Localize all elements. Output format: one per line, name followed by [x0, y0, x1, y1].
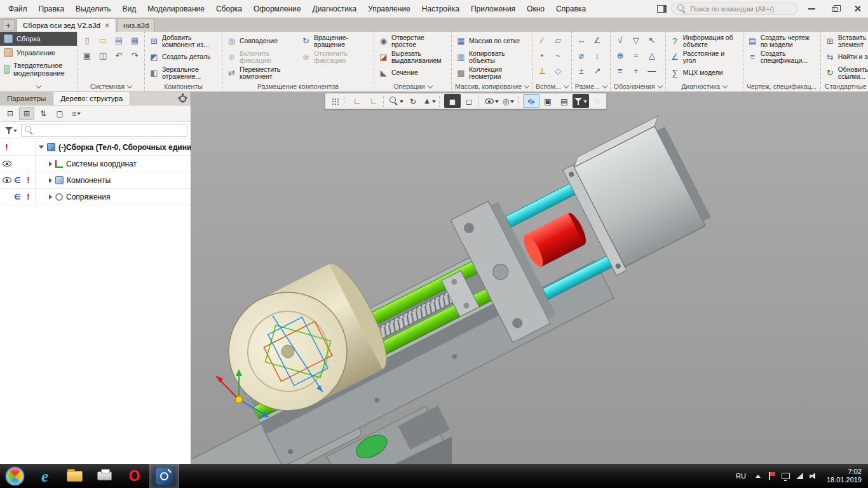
grid-array-button[interactable]: ▦Массив по сетке: [454, 33, 527, 49]
shaded-with-edges-button[interactable]: ◼: [444, 94, 461, 108]
motor-block[interactable]: [574, 126, 705, 267]
tab-close-icon[interactable]: [105, 23, 110, 28]
pick-filter-button[interactable]: ◌: [589, 94, 606, 108]
minimize-button[interactable]: [803, 1, 821, 17]
document-tab-0[interactable]: Сборка оси зед V2.a3d: [17, 18, 116, 32]
network-status[interactable]: [796, 471, 804, 480]
menu-item-11[interactable]: Окно: [521, 1, 550, 17]
save-document-button[interactable]: ▤: [111, 33, 126, 48]
thread-designation-button[interactable]: ≡: [613, 64, 628, 78]
axis-designation-button[interactable]: —: [644, 64, 660, 78]
create-specification-button[interactable]: ≡Создать спецификаци...: [745, 49, 818, 65]
clock[interactable]: 7:02 18.01.2019: [824, 468, 862, 484]
chevron-down-icon[interactable]: [127, 83, 132, 88]
print-manager-taskbar-button[interactable]: [90, 464, 119, 488]
copy-objects-button[interactable]: ▥Копировать объекты: [454, 49, 527, 65]
leader-line-button[interactable]: ↖: [644, 33, 660, 48]
tab-tree-structure[interactable]: Дерево: структура: [53, 92, 130, 105]
opera-browser-taskbar-button[interactable]: O: [119, 464, 149, 488]
datum-mark-button[interactable]: ▽: [628, 33, 644, 48]
aux-local-cs-button[interactable]: ⊥: [534, 64, 550, 78]
internet-explorer-taskbar-button[interactable]: e: [30, 464, 60, 488]
chevron-down-icon[interactable]: [524, 83, 529, 88]
rebuild-model-button[interactable]: ↻: [405, 94, 421, 108]
mate-rotation-rotation-button[interactable]: ↻Вращение-вращение: [299, 33, 372, 49]
mode-item-1[interactable]: Управление: [0, 46, 77, 60]
action-center-flag[interactable]: [768, 471, 776, 480]
center-mark-button[interactable]: +: [628, 64, 644, 78]
mode-item-2[interactable]: Твердотельное моделирование: [0, 60, 77, 79]
print-button[interactable]: ▣: [79, 48, 95, 63]
dim-tolerance-button[interactable]: ±: [574, 64, 589, 78]
file-explorer-taskbar-button[interactable]: [60, 464, 90, 488]
tree-settings-button[interactable]: [174, 92, 191, 105]
enable-fixation-button[interactable]: ⊕Включить фиксацию: [224, 49, 297, 65]
simple-hole-button[interactable]: ◉Отверстие простое: [376, 33, 449, 49]
wireframe-display-button[interactable]: ◻: [461, 94, 477, 108]
mirror-components-button[interactable]: ◧Зеркальное отражение...: [147, 65, 220, 81]
refresh-links-button[interactable]: ↻Обновить ссылки...: [823, 65, 868, 81]
aux-contour-button[interactable]: ◇: [550, 64, 566, 78]
tree-relations-view-button[interactable]: ⇅: [36, 107, 51, 120]
expand-arrow-icon[interactable]: [49, 194, 52, 200]
dim-linear-button[interactable]: ↔: [574, 33, 589, 48]
start-button-taskbar-button[interactable]: [0, 464, 30, 488]
expand-arrow-icon[interactable]: [39, 146, 44, 149]
distance-and-angle-button[interactable]: ∠Расстояние и угол: [668, 49, 741, 65]
tab-parameters[interactable]: Параметры: [0, 92, 53, 105]
tree-node-2[interactable]: ∈!Компоненты: [0, 172, 191, 189]
dim-leader-button[interactable]: ↗: [590, 64, 605, 78]
roughness-mark-button[interactable]: √: [613, 33, 628, 48]
menu-item-12[interactable]: Справка: [550, 1, 592, 17]
mate-coincident-button[interactable]: ◎Совпадение: [224, 33, 297, 49]
chevron-down-icon[interactable]: [657, 83, 662, 88]
hidden-icons-arrow[interactable]: [754, 471, 763, 480]
menu-item-5[interactable]: Сборка: [210, 1, 248, 17]
hide-objects-button[interactable]: [484, 94, 500, 108]
volume[interactable]: [810, 471, 818, 480]
aux-plane-button[interactable]: ▱: [550, 33, 566, 48]
add-component-from-file-button[interactable]: ⊞Добавить компонент из...: [147, 33, 220, 49]
record-placement-button[interactable]: ∟: [349, 94, 365, 108]
chevron-down-icon[interactable]: [564, 83, 569, 88]
tree-filter-button[interactable]: [3, 124, 18, 137]
orientation-button[interactable]: ▲: [421, 94, 438, 108]
dim-vertical-button[interactable]: ↕: [590, 48, 605, 63]
section-button[interactable]: ◣Сечение: [376, 65, 449, 81]
visibility-eye-icon[interactable]: [3, 161, 11, 166]
kompas-3d-taskbar-button[interactable]: [149, 464, 179, 488]
collision-check-button[interactable]: ⇄: [523, 94, 539, 108]
mass-properties-button[interactable]: ∑МЦХ модели: [668, 65, 741, 81]
tree-structure-view-button[interactable]: ⊞: [19, 107, 34, 120]
layout-panels-icon[interactable]: [657, 5, 667, 13]
command-search[interactable]: [671, 3, 798, 15]
model-report-button[interactable]: ▤: [556, 94, 573, 108]
tree-composition-view-button[interactable]: ⊟: [3, 107, 18, 120]
expand-arrow-icon[interactable]: [49, 178, 52, 183]
move-component-button[interactable]: ⇄Переместить компонент: [224, 65, 297, 81]
command-search-input[interactable]: [690, 5, 792, 13]
find-and-replace-button[interactable]: ⇆Найти и заменить: [823, 49, 868, 65]
chevron-down-icon[interactable]: [427, 83, 432, 88]
menu-item-6[interactable]: Оформление: [248, 1, 306, 17]
chevron-down-icon[interactable]: [602, 83, 607, 88]
print-preview-button[interactable]: ◫: [95, 48, 111, 63]
disable-fixation-button[interactable]: ⊗Отключить фиксацию: [299, 49, 372, 65]
tree-extra-commands-button[interactable]: ≡: [69, 107, 84, 120]
create-drawing-from-model-button[interactable]: ▤Создать чертеж по модели: [745, 33, 818, 49]
menu-item-10[interactable]: Приложения: [465, 1, 521, 17]
zoom-tools-button[interactable]: [388, 94, 405, 108]
insert-element-button[interactable]: ⊞Вставить элемент: [823, 33, 868, 49]
menu-item-9[interactable]: Настройка: [416, 1, 465, 17]
expand-arrow-icon[interactable]: [49, 161, 52, 166]
marking-button[interactable]: ≈: [628, 48, 644, 63]
linear-actuator-assembly[interactable]: [191, 114, 727, 464]
aux-spiral-button[interactable]: ~: [550, 48, 566, 63]
display-status[interactable]: [782, 471, 790, 480]
position-mark-button[interactable]: △: [644, 48, 660, 63]
redo-button[interactable]: ↷: [127, 48, 142, 63]
new-document-button[interactable]: +: [2, 19, 15, 31]
menu-item-4[interactable]: Моделирование: [142, 1, 210, 17]
geometry-collection-button[interactable]: ▩Коллекция геометрии: [454, 65, 527, 81]
cut-extrude-button[interactable]: ◪Вырезать выдавливанием: [376, 49, 449, 65]
